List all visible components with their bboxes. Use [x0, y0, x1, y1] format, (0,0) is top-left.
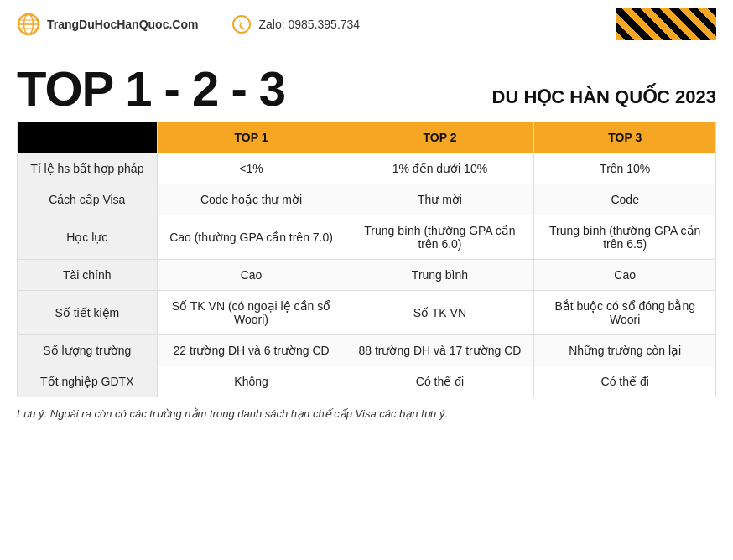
row-top3: Bắt buộc có sổ đóng bằng Woori [534, 291, 716, 335]
table-row: Cách cấp VisaCode hoặc thư mờiThư mờiCod… [18, 184, 716, 215]
row-label: Học lực [18, 215, 158, 260]
table-row: Số lượng trường22 trường ĐH và 6 trường … [18, 335, 716, 366]
globe-icon [17, 13, 40, 36]
row-top2: 88 trường ĐH và 17 trường CĐ [346, 335, 534, 366]
header-top2: TOP 2 [346, 122, 534, 153]
row-top3: Có thể đi [534, 366, 716, 397]
row-label: Tốt nghiệp GDTX [18, 366, 158, 397]
row-top2: Thư mời [346, 184, 534, 215]
header-top3: TOP 3 [534, 122, 716, 153]
row-top3: Cao [534, 260, 716, 291]
row-top3: Code [534, 184, 716, 215]
table-row: Học lựcCao (thường GPA cần trên 7.0)Trun… [18, 215, 716, 260]
svg-point-5 [233, 16, 250, 33]
table-row: Tốt nghiệp GDTXKhôngCó thể điCó thể đi [18, 366, 716, 397]
title-section: TOP 1 - 2 - 3 DU HỌC HÀN QUỐC 2023 [0, 49, 733, 122]
header-stripes [616, 8, 716, 40]
row-label: Tỉ lệ hs bất hợp pháp [18, 153, 158, 184]
table-row: Số tiết kiệmSố TK VN (có ngoại lệ cần sổ… [18, 291, 716, 335]
table-row: Tỉ lệ hs bất hợp pháp<1%1% đến dưới 10%T… [18, 153, 716, 184]
row-top1: Cao (thường GPA cần trên 7.0) [157, 215, 346, 260]
header-top1: TOP 1 [157, 122, 346, 153]
table-row: Tài chínhCaoTrung bìnhCao [18, 260, 716, 291]
row-top2: 1% đến dưới 10% [346, 153, 534, 184]
row-top1: Không [157, 366, 346, 397]
logo-text: TrangDuHocHanQuoc.Com [47, 18, 198, 31]
row-top2: Trung bình [346, 260, 534, 291]
phone-info: Zalo: 0985.395.734 [231, 14, 360, 34]
phone-icon [231, 14, 252, 34]
row-top3: Trung bình (thường GPA cần trên 6.5) [534, 215, 716, 260]
row-top1: Số TK VN (có ngoại lệ cần sổ Woori) [157, 291, 346, 335]
phone-text: Zalo: 0985.395.734 [258, 18, 360, 31]
header-empty-cell [18, 122, 158, 153]
sub-title: DU HỌC HÀN QUỐC 2023 [492, 86, 717, 113]
row-label: Số tiết kiệm [18, 291, 158, 335]
row-top1: Code hoặc thư mời [157, 184, 346, 215]
main-title: TOP 1 - 2 - 3 [17, 65, 285, 113]
row-top1: Cao [157, 260, 346, 291]
row-top2: Số TK VN [346, 291, 534, 335]
row-top1: <1% [157, 153, 346, 184]
row-label: Cách cấp Visa [18, 184, 158, 215]
row-top1: 22 trường ĐH và 6 trường CĐ [157, 335, 346, 366]
logo: TrangDuHocHanQuoc.Com [17, 13, 198, 36]
table-note: Lưu ý: Ngoài ra còn có các trường nằm tr… [0, 397, 733, 430]
row-label: Tài chính [18, 260, 158, 291]
row-top3: Trên 10% [534, 153, 716, 184]
row-label: Số lượng trường [18, 335, 158, 366]
row-top3: Những trường còn lại [534, 335, 716, 366]
header: TrangDuHocHanQuoc.Com Zalo: 0985.395.734 [0, 0, 733, 49]
row-top2: Có thể đi [346, 366, 534, 397]
comparison-table: TOP 1 TOP 2 TOP 3 Tỉ lệ hs bất hợp pháp<… [0, 122, 733, 397]
row-top2: Trung bình (thường GPA cần trên 6.0) [346, 215, 534, 260]
